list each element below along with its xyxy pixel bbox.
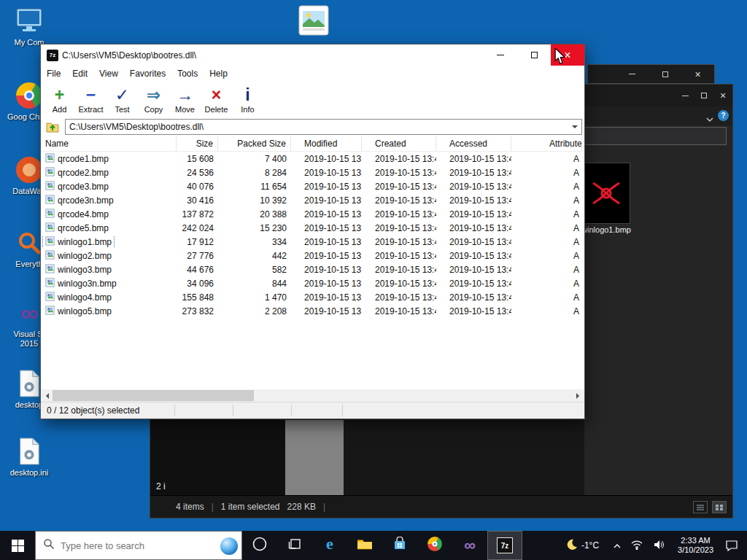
details-view-button[interactable] bbox=[693, 501, 708, 513]
table-row[interactable]: winlogo1.bmp17 9123342019-10-15 13:46201… bbox=[41, 235, 584, 249]
scroll-right-button[interactable] bbox=[572, 389, 584, 402]
file-tile-winlogo1[interactable]: winlogo1.bmp bbox=[579, 163, 633, 234]
desktop-icon-my-computer[interactable]: My Com bbox=[6, 6, 53, 47]
taskbar-item-chrome[interactable] bbox=[417, 531, 452, 560]
background-window[interactable] bbox=[587, 64, 715, 84]
scrollbar-thumb[interactable] bbox=[53, 390, 254, 401]
menu-item-tools[interactable]: Tools bbox=[171, 67, 204, 80]
network-icon[interactable] bbox=[631, 540, 643, 552]
toolbar-test-button[interactable]: ✓Test bbox=[107, 82, 138, 117]
status-text: 0 / 12 object(s) selected bbox=[47, 405, 139, 416]
bmp-file-icon bbox=[45, 167, 55, 179]
task-view-icon bbox=[287, 537, 302, 554]
dropdown-arrow-icon[interactable] bbox=[569, 120, 581, 133]
scroll-left-button[interactable] bbox=[41, 389, 53, 402]
file-name: winlogo5.bmp bbox=[58, 306, 112, 316]
toolbar-delete-button[interactable]: ×Delete bbox=[201, 82, 232, 117]
taskbar-item-store[interactable] bbox=[382, 531, 417, 560]
maximize-button[interactable] bbox=[649, 65, 681, 83]
table-row[interactable]: qrcode4.bmp137 87220 3882019-10-15 13:49… bbox=[41, 207, 584, 221]
file-cell: 2019-10-15 13:46 bbox=[291, 251, 362, 261]
maximize-button[interactable] bbox=[517, 44, 551, 66]
file-cell: A bbox=[511, 168, 582, 178]
file-cell: 2019-10-15 13:46 bbox=[362, 306, 436, 316]
table-row[interactable]: qrcode1.bmp15 6087 4002019-10-15 13:4920… bbox=[41, 152, 584, 166]
address-combobox[interactable]: C:\Users\VM5\Desktop\bootres.dll\ bbox=[65, 119, 582, 135]
toolbar-add-button[interactable]: +Add bbox=[44, 82, 75, 117]
table-row[interactable]: winlogo2.bmp27 7764422019-10-15 13:46201… bbox=[41, 249, 584, 262]
toolbar-button-label: Info bbox=[241, 105, 254, 114]
column-header-accessed[interactable]: Accessed bbox=[436, 136, 511, 151]
table-row[interactable]: qrcode2.bmp24 5368 2842019-10-15 13:4920… bbox=[41, 166, 584, 179]
file-cell: 2019-10-15 13:46 bbox=[291, 292, 362, 303]
taskbar-weather[interactable]: -1°C bbox=[559, 539, 606, 553]
explorer-maximize-button[interactable] bbox=[694, 85, 713, 106]
file-cell: 2019-10-15 13:49 bbox=[362, 209, 436, 219]
taskbar-search-box[interactable] bbox=[35, 531, 242, 560]
thumbnail-view-button[interactable] bbox=[712, 501, 727, 513]
horizontal-scrollbar[interactable] bbox=[41, 389, 584, 402]
close-button[interactable] bbox=[681, 65, 714, 83]
column-header-row: NameSizePacked SizeModifiedCreatedAccess… bbox=[41, 136, 584, 152]
close-button[interactable] bbox=[551, 44, 584, 66]
menu-item-edit[interactable]: Edit bbox=[66, 67, 93, 80]
taskbar-item-sevenzip[interactable]: 7z bbox=[487, 531, 522, 560]
taskbar-item-file-explorer[interactable] bbox=[347, 531, 382, 560]
taskbar-item-cortana[interactable] bbox=[242, 531, 277, 560]
explorer-close-button[interactable] bbox=[713, 85, 732, 106]
file-cell: 137 872 bbox=[177, 209, 218, 219]
toolbar-move-button[interactable]: →Move bbox=[169, 82, 201, 117]
desktop-icon-desktop-ini[interactable]: desktop.ini bbox=[6, 436, 53, 478]
table-row[interactable]: qrcode5.bmp242 02415 2302019-10-15 13:49… bbox=[41, 221, 584, 235]
table-row[interactable]: winlogo3n.bmp34 0968442019-10-15 13:4620… bbox=[41, 276, 584, 290]
column-header-packed-size[interactable]: Packed Size bbox=[218, 136, 291, 151]
file-cell: 2019-10-15 13:49 bbox=[362, 195, 436, 206]
toolbar-copy-button[interactable]: ⇒Copy bbox=[138, 82, 169, 117]
cortana-icon bbox=[252, 536, 268, 555]
toolbar-info-button[interactable]: iInfo bbox=[232, 82, 263, 117]
menu-item-favorites[interactable]: Favorites bbox=[124, 67, 171, 80]
volume-icon[interactable] bbox=[653, 540, 665, 552]
statusbar-divider bbox=[174, 405, 175, 416]
explorer-panel bbox=[150, 420, 285, 495]
taskbar-apps: e∞7z bbox=[242, 531, 522, 560]
toolbar-extract-button[interactable]: −Extract bbox=[75, 82, 107, 117]
file-cell: 2019-10-15 13:49 bbox=[291, 154, 362, 164]
menu-item-view[interactable]: View bbox=[93, 67, 124, 80]
table-row[interactable]: winlogo4.bmp155 8481 4702019-10-15 13:46… bbox=[41, 290, 584, 304]
column-header-attribute[interactable]: Attribute bbox=[511, 136, 582, 151]
explorer-minimize-button[interactable] bbox=[676, 85, 694, 106]
table-row[interactable]: winlogo5.bmp273 8322 2082019-10-15 13:46… bbox=[41, 304, 584, 318]
minimize-button[interactable] bbox=[484, 44, 517, 66]
store-icon bbox=[392, 537, 407, 554]
up-folder-button[interactable] bbox=[43, 119, 62, 135]
minimize-button[interactable] bbox=[616, 65, 649, 83]
table-row[interactable]: winlogo3.bmp44 6765822019-10-15 13:46201… bbox=[41, 262, 584, 276]
title-bar[interactable]: 7z C:\Users\VM5\Desktop\bootres.dll\ bbox=[41, 44, 584, 66]
column-header-size[interactable]: Size bbox=[177, 136, 218, 151]
taskbar-item-task-view[interactable] bbox=[277, 531, 312, 560]
file-cell: 24 536 bbox=[177, 168, 218, 178]
menu-item-file[interactable]: File bbox=[41, 67, 66, 80]
file-cell: 2019-10-15 13:46 bbox=[291, 265, 362, 275]
search-input[interactable] bbox=[61, 540, 177, 551]
taskbar-item-edge[interactable]: e bbox=[312, 531, 347, 560]
start-button[interactable] bbox=[0, 531, 35, 560]
taskbar-clock[interactable]: 2:33 AM 3/10/2023 bbox=[672, 536, 719, 555]
action-center-button[interactable] bbox=[719, 539, 747, 552]
chevron-up-icon[interactable] bbox=[614, 540, 621, 551]
file-cell: 2019-10-15 13:46 bbox=[436, 279, 511, 289]
table-row[interactable]: qrcode3n.bmp30 41610 3922019-10-15 13:49… bbox=[41, 193, 584, 207]
chevron-down-icon[interactable] bbox=[706, 112, 713, 125]
help-icon[interactable] bbox=[718, 110, 729, 121]
column-header-name[interactable]: Name bbox=[41, 136, 177, 151]
menu-item-help[interactable]: Help bbox=[204, 67, 233, 80]
file-name: winlogo2.bmp bbox=[58, 251, 112, 261]
column-header-modified[interactable]: Modified bbox=[291, 136, 362, 151]
image-file-icon[interactable] bbox=[298, 4, 330, 39]
clock-time: 2:33 AM bbox=[678, 536, 713, 545]
table-row[interactable]: qrcode3.bmp40 07611 6542019-10-15 13:492… bbox=[41, 179, 584, 193]
column-header-created[interactable]: Created bbox=[362, 136, 436, 151]
file-cell: 8 284 bbox=[218, 168, 291, 178]
taskbar-item-visual-studio[interactable]: ∞ bbox=[452, 531, 487, 560]
